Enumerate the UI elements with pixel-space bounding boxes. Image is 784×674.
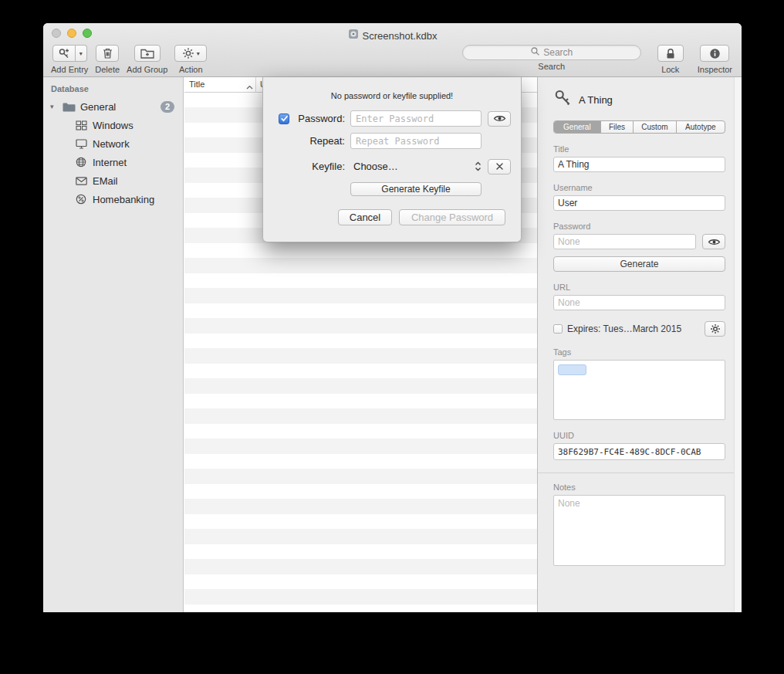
delete-button[interactable]: [96, 45, 119, 62]
search-icon: [530, 46, 540, 59]
tab-custom[interactable]: Custom: [633, 121, 676, 133]
sidebar-item-label: Internet: [93, 157, 127, 168]
delete-label: Delete: [95, 65, 120, 74]
app-window: Screenshot.kdbx ▾ Add Entry Delete: [43, 23, 742, 612]
expires-row: Expires: Tues…March 2015: [553, 321, 725, 337]
tags-label: Tags: [553, 347, 725, 357]
dialog-repeat-row: Repeat:: [279, 133, 521, 149]
add-group-group: Add Group: [127, 45, 167, 74]
zoom-button[interactable]: [83, 29, 92, 38]
minimize-button[interactable]: [67, 29, 76, 38]
password-dialog: No password or keyfile supplied! Passwor…: [262, 77, 522, 242]
password-row: [553, 234, 725, 249]
tags-box[interactable]: [553, 360, 725, 420]
dialog-keyfile-label: Keyfile:: [291, 161, 345, 172]
notes-field[interactable]: [553, 495, 725, 566]
uuid-label: UUID: [553, 431, 725, 440]
show-password-button[interactable]: [702, 234, 725, 249]
change-password-button[interactable]: Change Password: [399, 209, 505, 225]
toolbar: ▾ Add Entry Delete Add Group: [43, 43, 742, 77]
envelope-icon: [74, 174, 88, 187]
action-label: Action: [179, 65, 203, 74]
folder-plus-icon: [140, 48, 154, 59]
column-header-title[interactable]: Title: [189, 80, 204, 89]
titlebar[interactable]: Screenshot.kdbx: [43, 23, 742, 43]
info-icon: [709, 48, 721, 59]
traffic-lights: [52, 29, 92, 38]
close-button[interactable]: [52, 29, 61, 38]
lock-label: Lock: [661, 65, 679, 74]
stepper-icon: [475, 161, 482, 172]
inspector-button[interactable]: [700, 45, 729, 62]
sidebar-item-email[interactable]: EMail: [43, 171, 183, 190]
tab-files[interactable]: Files: [600, 121, 634, 133]
username-field[interactable]: [553, 195, 725, 211]
dialog-password-row: Password:: [279, 110, 521, 127]
dialog-password-input[interactable]: [350, 110, 482, 127]
clear-keyfile-button[interactable]: [488, 159, 511, 174]
window-title-area: Screenshot.kdbx: [348, 29, 438, 42]
sidebar-item-homebanking[interactable]: Homebanking: [43, 190, 183, 208]
sidebar-item-network[interactable]: Network: [43, 134, 183, 153]
windows-icon: [74, 119, 88, 131]
lock-group: Lock: [657, 45, 684, 74]
generate-keyfile-button[interactable]: Generate Keyfile: [350, 182, 482, 196]
generate-password-button[interactable]: Generate: [553, 256, 725, 272]
url-field-label: URL: [553, 283, 725, 292]
search-placeholder: Search: [543, 47, 573, 58]
add-group-button[interactable]: [134, 45, 161, 62]
gear-icon: [710, 323, 721, 334]
password-checkbox[interactable]: [279, 113, 289, 124]
expires-settings-button[interactable]: [705, 321, 725, 337]
sidebar-item-internet[interactable]: Internet: [43, 153, 183, 171]
sidebar-item-label: EMail: [93, 175, 118, 187]
uuid-field[interactable]: [553, 443, 725, 460]
folder-icon: [62, 100, 76, 113]
add-group-label: Add Group: [127, 65, 167, 74]
search-input[interactable]: Search: [462, 45, 641, 60]
dialog-show-password-button[interactable]: [488, 111, 511, 127]
password-field[interactable]: [553, 234, 696, 249]
keyfile-popup[interactable]: Choose…: [350, 158, 482, 174]
tab-general[interactable]: General: [554, 121, 600, 133]
percent-icon: [74, 193, 88, 205]
title-field[interactable]: [553, 157, 725, 172]
tab-autotype[interactable]: Autotype: [676, 121, 725, 133]
key-icon: [553, 88, 572, 111]
sidebar-item-windows[interactable]: Windows: [43, 116, 183, 134]
inspector-scrollbar[interactable]: [734, 77, 742, 612]
expires-checkbox[interactable]: [553, 324, 563, 334]
search-group: Search Search: [462, 45, 641, 71]
cancel-button[interactable]: Cancel: [338, 209, 392, 225]
dialog-repeat-input[interactable]: [350, 133, 482, 149]
sidebar-group-label: General: [80, 101, 116, 113]
column-divider[interactable]: [255, 77, 256, 92]
sidebar: Database ▾ General 2 Windows Network Int…: [43, 77, 184, 612]
tag-pill[interactable]: [558, 364, 586, 375]
add-entry-button[interactable]: [52, 45, 76, 62]
entry-title: A Thing: [579, 94, 613, 106]
lock-button[interactable]: [657, 45, 684, 62]
search-label: Search: [538, 62, 565, 71]
title-field-label: Title: [553, 144, 725, 154]
disclosure-triangle-icon[interactable]: ▾: [50, 103, 62, 110]
dialog-keyfile-row: Keyfile: Choose…: [279, 158, 521, 174]
notes-label: Notes: [553, 483, 725, 492]
inspector-content: A Thing General Files Custom Autotype Ti…: [538, 77, 742, 569]
url-field[interactable]: [553, 295, 725, 310]
sidebar-item-label: Network: [93, 138, 130, 150]
sidebar-group-general[interactable]: ▾ General 2: [43, 97, 183, 116]
add-entry-dropdown[interactable]: ▾: [76, 45, 87, 62]
action-button[interactable]: ▾: [174, 45, 207, 62]
eye-icon: [493, 114, 506, 123]
window-chrome: Screenshot.kdbx ▾ Add Entry Delete: [43, 23, 742, 77]
inspector-label: Inspector: [698, 65, 732, 74]
dialog-actions: Cancel Change Password: [263, 209, 505, 225]
delete-group: Delete: [95, 45, 120, 74]
lock-icon: [665, 48, 676, 59]
chevron-down-icon: ▾: [79, 50, 83, 57]
entry-header: A Thing: [553, 90, 725, 110]
inspector-panel: A Thing General Files Custom Autotype Ti…: [537, 77, 742, 612]
dialog-password-label: Password:: [291, 113, 345, 124]
dialog-genkey-row: Generate Keyfile: [279, 181, 521, 197]
